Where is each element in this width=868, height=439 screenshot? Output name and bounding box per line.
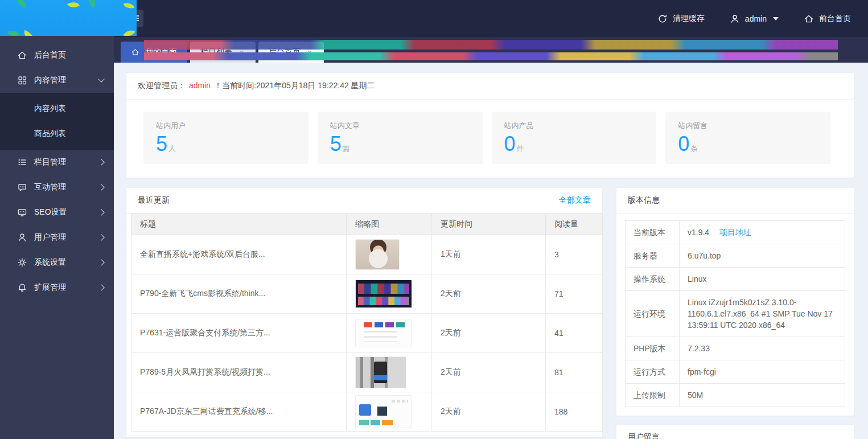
all-articles-link[interactable]: 全部文章 (559, 195, 591, 206)
sidebar-item-seo-settings[interactable]: SEO设置 (0, 200, 114, 225)
tab-bar: 我的桌面 栏目列表 × 后台首页 × (114, 37, 868, 63)
stat-label: 站内留言 (678, 121, 818, 131)
sidebar-item-extension-management[interactable]: 扩展管理 (0, 275, 114, 300)
chevron-right-icon (98, 159, 104, 165)
version-info-title: 版本信息 (628, 195, 660, 206)
content-management-submenu: 内容列表 商品列表 (0, 93, 114, 150)
table-row[interactable]: P789-5月火凤凰打赏系统/视频打赏... 2天前 81 (131, 353, 603, 392)
stat-label: 站内用户 (156, 121, 296, 131)
user-icon (730, 14, 740, 24)
article-title[interactable]: P790-全新飞飞cms影视系统/think... (131, 274, 347, 314)
table-row[interactable]: 全新直播系统+游戏系统/双后台服... 1天前 3 (131, 235, 603, 274)
chevron-right-icon (98, 259, 104, 265)
article-views: 41 (546, 314, 603, 353)
grid-icon (17, 75, 27, 85)
home-icon (131, 48, 139, 56)
column-header-time: 更新时间 (432, 214, 546, 235)
front-home-button[interactable]: 前台首页 (804, 14, 851, 24)
leaf-decoration (124, 1, 135, 10)
stat-unit: 条 (690, 144, 698, 153)
stat-unit: 人 (168, 144, 176, 153)
article-time: 2天前 (432, 274, 546, 314)
stat-unit: 篇 (343, 144, 350, 153)
site-logo[interactable] (0, 0, 137, 36)
stat-value: 0 (504, 132, 516, 155)
sidebar-item-system-settings[interactable]: 系统设置 (0, 250, 114, 275)
stat-value: 5 (156, 132, 167, 155)
stat-card-products: 站内产品 0件 (492, 112, 657, 164)
home-icon (17, 50, 27, 60)
sidebar-item-label: SEO设置 (34, 207, 99, 218)
tab-column-list[interactable]: 栏目列表 × (190, 42, 256, 63)
article-thumbnail (355, 356, 406, 388)
version-row-label: PHP版本 (626, 337, 680, 360)
article-title[interactable]: P767A-JD京东三网话费直充系统/移... (131, 392, 347, 432)
chevron-right-icon (98, 234, 104, 240)
sidebar-item-content-management[interactable]: 内容管理 (0, 68, 114, 93)
welcome-datetime: ！当前时间:2021年05月18日 19:22:42 星期二 (214, 81, 375, 90)
version-row-label: 运行环境 (626, 291, 680, 337)
sidebar-item-interaction-management[interactable]: 互动管理 (0, 175, 114, 200)
sidebar-subitem-label: 内容列表 (34, 104, 66, 114)
sidebar-item-user-management[interactable]: 用户管理 (0, 225, 114, 250)
leaf-decoration (14, 0, 28, 8)
article-title[interactable]: 全新直播系统+游戏系统/双后台服... (131, 235, 347, 274)
article-time: 2天前 (432, 353, 546, 392)
article-title[interactable]: P7631-运营版聚合支付系统/第三方... (131, 314, 347, 353)
article-time: 2天前 (432, 314, 546, 353)
version-row-label: 上传限制 (626, 384, 680, 407)
project-url-link[interactable]: 项目地址 (719, 228, 751, 237)
sidebar-item-label: 用户管理 (34, 232, 99, 243)
sidebar-subitem-content-list[interactable]: 内容列表 (0, 96, 114, 121)
clear-cache-button[interactable]: 清理缓存 (657, 14, 705, 24)
username-label: admin (745, 14, 767, 23)
stat-card-articles: 站内文章 5篇 (318, 112, 483, 164)
chevron-right-icon (98, 284, 104, 290)
stat-card-users: 站内用户 5人 (143, 112, 308, 164)
version-row-label: 运行方式 (626, 360, 680, 384)
sidebar-item-label: 系统设置 (34, 257, 99, 268)
environment-value: Linux iZzujr1m5k0z1sZ 3.10.0-1160.6.1.el… (680, 291, 845, 337)
table-row[interactable]: P767A-JD京东三网话费直充系统/移... 2天前 188 (131, 392, 603, 432)
sidebar-item-column-management[interactable]: 栏目管理 (0, 150, 114, 175)
article-thumbnail (355, 280, 412, 308)
article-title[interactable]: P789-5月火凤凰打赏系统/视频打赏... (131, 353, 347, 392)
stat-label: 站内产品 (504, 121, 644, 131)
user-menu[interactable]: admin (730, 14, 779, 24)
leaf-decoration (7, 28, 19, 36)
sidebar-item-label: 后台首页 (34, 50, 104, 60)
article-thumbnail (355, 395, 412, 428)
article-views: 81 (546, 353, 603, 392)
sidebar-item-dashboard[interactable]: 后台首页 (0, 43, 114, 68)
os-value: Linux (680, 268, 845, 291)
version-row-label: 操作系统 (626, 268, 680, 291)
home-icon (804, 14, 814, 24)
run-mode-value: fpm-fcgi (680, 360, 845, 384)
php-version-value: 7.2.33 (680, 337, 845, 360)
column-header-title: 标题 (131, 214, 347, 235)
article-views: 188 (546, 392, 603, 432)
chevron-down-icon (98, 76, 104, 82)
leaf-decoration (123, 27, 135, 36)
version-row-label: 当前版本 (626, 221, 680, 244)
stats-row: 站内用户 5人 站内文章 5篇 站内产品 0件 站内留言 0条 (126, 100, 854, 178)
sidebar-subitem-product-list[interactable]: 商品列表 (0, 121, 114, 146)
user-messages-title: 用户留言 (628, 432, 660, 439)
version-info-panel: 版本信息 当前版本 v1.9.4 项目地址 服务器 6.u7u.top (616, 188, 854, 416)
article-thumbnail (355, 239, 400, 270)
user-icon (17, 232, 27, 243)
table-row[interactable]: P790-全新飞飞cms影视系统/think... 2天前 71 (131, 274, 603, 314)
welcome-username: admin (189, 81, 211, 90)
stat-value: 5 (330, 132, 342, 155)
main-content: 欢迎管理员：admin！当前时间:2021年05月18日 19:22:42 星期… (114, 63, 868, 439)
stat-card-messages: 站内留言 0条 (665, 112, 830, 164)
recent-updates-table: 标题 缩略图 更新时间 阅读量 全新直播系统+游戏系统/双后台服... 1天前 (131, 214, 603, 432)
user-messages-panel: 用户留言 (616, 425, 854, 439)
table-row[interactable]: P7631-运营版聚合支付系统/第三方... 2天前 41 (131, 314, 603, 353)
article-time: 2天前 (432, 392, 546, 432)
version-row-label: 服务器 (626, 244, 680, 268)
chevron-right-icon (98, 184, 104, 190)
sidebar-item-label: 互动管理 (34, 182, 99, 192)
bell-icon (17, 282, 27, 293)
close-icon[interactable]: × (238, 47, 245, 58)
